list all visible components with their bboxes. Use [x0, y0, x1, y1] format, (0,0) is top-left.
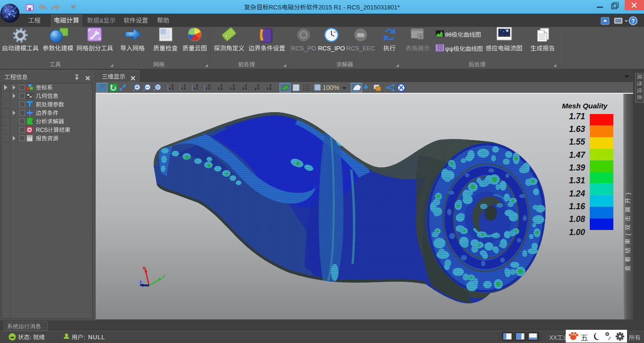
svg-text:?: ?: [631, 18, 635, 24]
svg-text:1.16: 1.16: [569, 202, 585, 211]
svg-text:1.55: 1.55: [569, 137, 585, 147]
svg-text:1.00: 1.00: [569, 228, 585, 237]
svg-text:2015 R1 - RCS_2015031801*: 2015 R1 - RCS_2015031801*: [318, 4, 400, 11]
svg-text:y: y: [233, 83, 235, 87]
svg-text:z x: z x: [206, 86, 211, 90]
svg-text::: :: [83, 334, 85, 341]
svg-text:z y: z y: [267, 86, 272, 90]
svg-text:x z: x z: [169, 86, 173, 90]
svg-text:y: y: [196, 83, 198, 87]
svg-text:): ): [625, 189, 631, 195]
svg-text:y: y: [221, 83, 223, 87]
svg-text:1.08: 1.08: [569, 214, 585, 224]
svg-text:z x: z x: [242, 86, 248, 90]
svg-text:z: z: [140, 279, 142, 284]
svg-text:RCS: RCS: [36, 127, 48, 133]
svg-text:y: y: [270, 83, 272, 87]
svg-text:NULL: NULL: [88, 334, 105, 341]
svg-text:y: y: [184, 83, 186, 87]
svg-text:y: y: [208, 83, 210, 87]
svg-text:y: y: [257, 83, 259, 87]
svg-text:ψψ: ψψ: [445, 46, 454, 52]
svg-text:y: y: [172, 83, 173, 87]
svg-text:RCS: RCS: [269, 4, 282, 11]
svg-text:1.71: 1.71: [569, 112, 585, 121]
svg-text:z y: z y: [218, 86, 223, 90]
svg-text::: :: [30, 334, 31, 341]
svg-text:z x: z x: [181, 86, 186, 90]
svg-text:z y: z y: [230, 86, 235, 90]
svg-text:100%: 100%: [322, 84, 339, 91]
svg-text:RCS_PO: RCS_PO: [291, 45, 316, 52]
svg-text:y x: y x: [255, 86, 260, 90]
svg-text:RCS_IPO: RCS_IPO: [318, 45, 345, 52]
svg-text:1.39: 1.39: [569, 163, 585, 172]
svg-text:x z: x z: [193, 86, 198, 90]
svg-text:&: &: [99, 17, 104, 24]
svg-text:1.47: 1.47: [569, 150, 586, 160]
svg-text:XX: XX: [549, 335, 557, 341]
svg-text:1.63: 1.63: [569, 124, 585, 134]
svg-text:(: (: [625, 230, 631, 236]
svg-text:θθ: θθ: [445, 32, 452, 38]
svg-text:Mesh Quality: Mesh Quality: [562, 102, 608, 110]
svg-text:y: y: [245, 83, 247, 87]
svg-text:RCS_EEC: RCS_EEC: [346, 45, 375, 52]
svg-text:1.31: 1.31: [569, 176, 585, 185]
svg-text:1.24: 1.24: [569, 189, 585, 198]
